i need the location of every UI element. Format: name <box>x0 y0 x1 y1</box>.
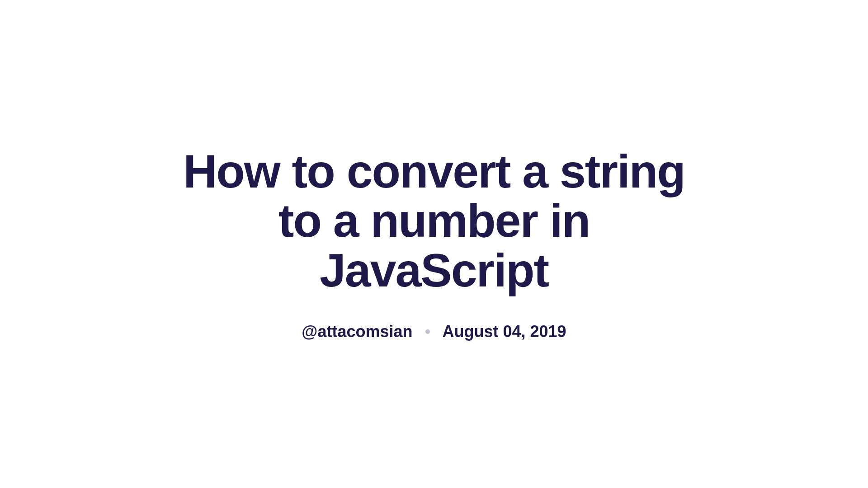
meta-separator <box>425 329 430 334</box>
article-header: How to convert a string to a number in J… <box>163 147 705 341</box>
publish-date: August 04, 2019 <box>443 322 566 341</box>
article-title: How to convert a string to a number in J… <box>163 147 705 295</box>
article-meta: @attacomsian August 04, 2019 <box>163 322 705 341</box>
author-handle[interactable]: @attacomsian <box>302 322 412 341</box>
